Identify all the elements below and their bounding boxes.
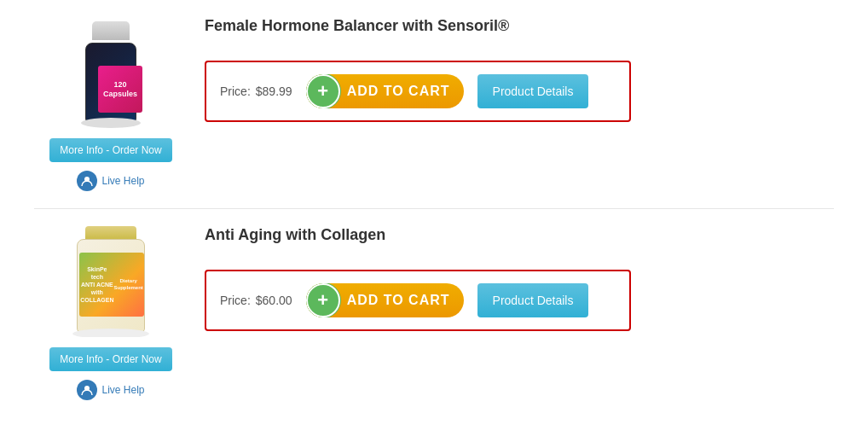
product-content-2: Anti Aging with CollagenPrice:$60.00 + A… [188,226,733,331]
live-help-label-1: Live Help [101,175,144,187]
product-image-1: 120Capsules [60,17,162,128]
add-to-cart-button-2[interactable]: + ADD TO CART [306,283,464,317]
product-details-button-2[interactable]: Product Details [477,283,589,317]
add-to-cart-label-2: ADD TO CART [347,293,464,308]
add-to-cart-button-1[interactable]: + ADD TO CART [306,74,464,108]
price-row-1: Price:$89.99 [220,84,292,98]
product-title-1: Female Hormone Balancer with Sensoril® [205,17,733,35]
cart-plus-icon-2: + [306,283,340,317]
live-help-2[interactable]: Live Help [77,380,144,400]
price-value-2: $60.00 [256,294,292,307]
price-cart-box-2: Price:$60.00 + ADD TO CART Product Detai… [205,270,631,331]
price-label-2: Price: [220,294,251,307]
more-info-button-1[interactable]: More Info - Order Now [49,138,171,162]
live-help-1[interactable]: Live Help [77,171,144,191]
product-image-col-1: 120Capsules More Info - Order Now Live H… [34,17,188,191]
price-cart-box-1: Price:$89.99 + ADD TO CART Product Detai… [205,61,631,122]
more-info-button-2[interactable]: More Info - Order Now [49,347,171,371]
cart-plus-icon-1: + [306,74,340,108]
product-details-button-1[interactable]: Product Details [477,74,589,108]
product-section-1: 120Capsules More Info - Order Now Live H… [0,0,767,208]
price-row-2: Price:$60.00 [220,294,292,307]
live-help-icon-1 [77,171,97,191]
product-content-1: Female Hormone Balancer with Sensoril®Pr… [188,17,733,122]
product-section-2: SkinPe techANTI ACNEwith COLLAGENDietary… [0,209,767,417]
price-label-1: Price: [220,84,251,98]
product-image-2: SkinPe techANTI ACNEwith COLLAGENDietary… [60,226,162,337]
price-value-1: $89.99 [256,84,292,98]
add-to-cart-label-1: ADD TO CART [347,84,464,99]
product-title-2: Anti Aging with Collagen [205,226,733,244]
live-help-icon-2 [77,380,97,400]
live-help-label-2: Live Help [101,384,144,396]
product-image-col-2: SkinPe techANTI ACNEwith COLLAGENDietary… [34,226,188,400]
